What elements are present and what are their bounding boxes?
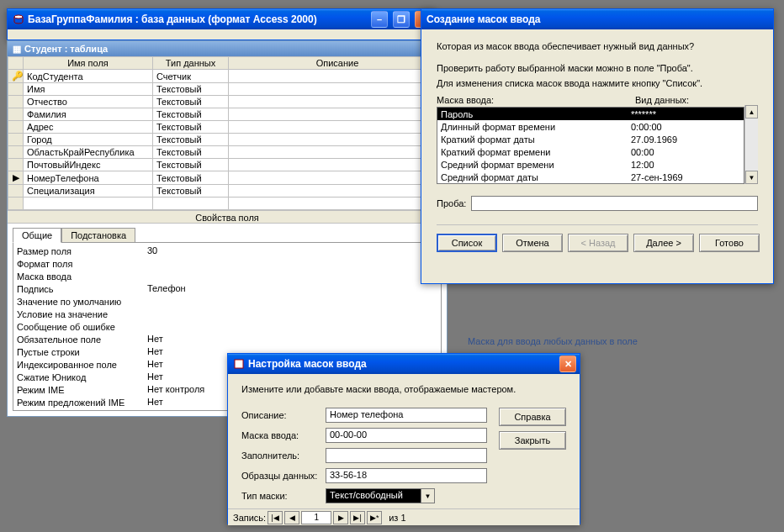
- mask-list-item[interactable]: Длинный формат времени0:00:00: [437, 120, 744, 133]
- field-name-cell[interactable]: Отчество: [24, 96, 153, 108]
- field-name-cell[interactable]: ПочтовыйИндекс: [24, 159, 153, 171]
- property-row[interactable]: ПодписьТелефон: [13, 282, 441, 295]
- field-row[interactable]: ▶НомерТелефонаТекстовый: [8, 171, 447, 185]
- field-row[interactable]: АдресТекстовый: [8, 121, 447, 134]
- editor-close-button[interactable]: ✕: [559, 356, 576, 372]
- property-value[interactable]: 30: [147, 245, 437, 256]
- field-row[interactable]: ОбластьКрайРеспубликаТекстовый: [8, 146, 447, 159]
- field-grid[interactable]: Имя поля Тип данных Описание 🔑КодСтудент…: [8, 56, 447, 210]
- field-row[interactable]: 🔑КодСтудентаСчетчик: [8, 70, 447, 83]
- property-row[interactable]: Обязательное полеНет: [13, 333, 441, 345]
- field-desc-cell[interactable]: [229, 83, 447, 96]
- property-row[interactable]: Значение по умолчанию: [13, 295, 441, 308]
- scroll-down-button[interactable]: ▼: [745, 171, 758, 184]
- field-type-cell[interactable]: Текстовый: [153, 108, 229, 121]
- field-name-cell[interactable]: Адрес: [24, 121, 153, 134]
- tab-lookup[interactable]: Подстановка: [61, 228, 135, 243]
- field-type-cell[interactable]: Текстовый: [153, 134, 229, 146]
- try-input[interactable]: [471, 196, 758, 211]
- mask-list-item[interactable]: Краткий формат времени00:00: [437, 145, 744, 158]
- field-name-cell[interactable]: КодСтудента: [24, 70, 153, 83]
- field-desc-cell[interactable]: [229, 134, 447, 146]
- field-type-cell[interactable]: Текстовый: [153, 159, 229, 171]
- property-value[interactable]: [147, 326, 437, 327]
- property-value[interactable]: [147, 276, 422, 277]
- mask-list-item[interactable]: Краткий формат даты27.09.1969: [437, 133, 744, 145]
- finish-button[interactable]: Готово: [699, 234, 760, 252]
- svg-point-0: [14, 15, 23, 18]
- mask-input[interactable]: 00-00-00: [326, 428, 487, 443]
- mask-list-item[interactable]: Пароль*******: [437, 108, 744, 120]
- field-type-cell[interactable]: Текстовый: [153, 96, 229, 108]
- nav-first-button[interactable]: |◀: [268, 511, 283, 524]
- property-value[interactable]: [147, 301, 437, 302]
- nav-next-button[interactable]: ▶: [333, 511, 348, 524]
- field-name-cell[interactable]: Имя: [24, 83, 153, 96]
- field-row[interactable]: ГородТекстовый: [8, 134, 447, 146]
- property-value[interactable]: Нет: [147, 334, 437, 345]
- field-desc-cell[interactable]: [229, 108, 447, 121]
- field-row[interactable]: ИмяТекстовый: [8, 83, 447, 96]
- database-icon: [13, 13, 24, 25]
- field-row[interactable]: ПочтовыйИндексТекстовый: [8, 159, 447, 171]
- nav-new-button[interactable]: ▶*: [367, 511, 382, 524]
- property-value[interactable]: [147, 313, 437, 314]
- mask-list[interactable]: Пароль*******Длинный формат времени0:00:…: [437, 107, 744, 184]
- field-name-cell[interactable]: Специализация: [24, 185, 153, 198]
- cancel-button[interactable]: Отмена: [502, 234, 563, 252]
- field-desc-cell[interactable]: [229, 70, 447, 83]
- property-row[interactable]: Сообщение об ошибке: [13, 320, 441, 333]
- help-button[interactable]: Справка: [499, 408, 566, 426]
- field-type-cell[interactable]: Текстовый: [153, 83, 229, 96]
- field-desc-cell[interactable]: [229, 185, 447, 198]
- sample-input[interactable]: 33-56-18: [326, 468, 487, 483]
- nav-last-button[interactable]: ▶|: [350, 511, 365, 524]
- scroll-up-button[interactable]: ▲: [745, 105, 758, 119]
- tab-general[interactable]: Общие: [13, 228, 61, 243]
- mask-list-scrollbar[interactable]: ▲ ▼: [744, 105, 758, 184]
- field-name-cell[interactable]: Фамилия: [24, 108, 153, 121]
- field-type-cell[interactable]: Текстовый: [153, 185, 229, 198]
- field-type-cell[interactable]: Текстовый: [153, 171, 229, 185]
- property-row[interactable]: Размер поля30: [13, 245, 441, 257]
- property-value[interactable]: Телефон: [147, 283, 437, 294]
- placeholder-input[interactable]: [326, 448, 487, 463]
- field-row[interactable]: ОтчествоТекстовый: [8, 96, 447, 108]
- field-type-cell[interactable]: Счетчик: [153, 70, 229, 83]
- restore-button[interactable]: ❐: [393, 11, 410, 28]
- field-desc-cell[interactable]: [229, 171, 447, 185]
- wizard-titlebar: Создание масок ввода: [421, 9, 773, 29]
- field-row[interactable]: СпециализацияТекстовый: [8, 185, 447, 198]
- property-value[interactable]: [147, 263, 437, 264]
- list-button[interactable]: Список: [437, 234, 497, 252]
- col-name[interactable]: Имя поля: [24, 57, 153, 70]
- field-desc-cell[interactable]: [229, 121, 447, 134]
- type-combo[interactable]: Текст/свободный: [326, 488, 421, 503]
- editor-close-btn[interactable]: Закрыть: [499, 431, 566, 450]
- nav-prev-button[interactable]: ◀: [284, 511, 299, 524]
- nav-current[interactable]: 1: [301, 511, 331, 524]
- property-row[interactable]: Формат поля: [13, 257, 441, 270]
- properties-splitter: Свойства поля: [8, 210, 447, 224]
- desc-input[interactable]: Номер телефона: [326, 408, 487, 423]
- mask-list-item[interactable]: Средний формат времени12:00: [437, 158, 744, 171]
- col-desc[interactable]: Описание: [229, 57, 447, 70]
- back-button[interactable]: < Назад: [568, 234, 628, 252]
- mask-list-item[interactable]: Средний формат даты27-сен-1969: [437, 171, 744, 183]
- property-row[interactable]: Условие на значение: [13, 308, 441, 320]
- col-type[interactable]: Тип данных: [153, 57, 229, 70]
- field-row[interactable]: ФамилияТекстовый: [8, 108, 447, 121]
- chevron-down-icon[interactable]: ▼: [421, 488, 435, 503]
- property-row[interactable]: Маска ввода…: [13, 270, 441, 282]
- field-desc-cell[interactable]: [229, 146, 447, 159]
- field-name-cell[interactable]: НомерТелефона: [24, 171, 153, 185]
- field-desc-cell[interactable]: [229, 159, 447, 171]
- field-desc-cell[interactable]: [229, 96, 447, 108]
- next-button[interactable]: Далее >: [633, 234, 694, 252]
- minimize-button[interactable]: –: [371, 11, 388, 28]
- field-name-cell[interactable]: Город: [24, 134, 153, 146]
- field-type-cell[interactable]: Текстовый: [153, 121, 229, 134]
- field-type-cell[interactable]: Текстовый: [153, 146, 229, 159]
- field-name-cell[interactable]: ОбластьКрайРеспублика: [24, 146, 153, 159]
- wizard-text-2: Проверить работу выбранной маски можно в…: [437, 63, 758, 73]
